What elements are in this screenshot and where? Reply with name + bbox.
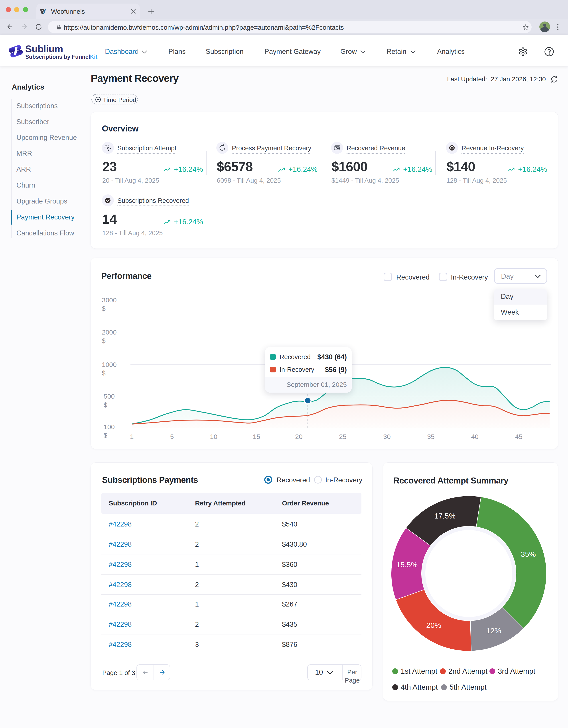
- svg-text:35%: 35%: [521, 550, 536, 558]
- svg-text:12%: 12%: [486, 626, 501, 635]
- svg-text:17.5%: 17.5%: [434, 512, 456, 520]
- svg-text:15.5%: 15.5%: [396, 560, 418, 569]
- svg-text:20%: 20%: [426, 621, 441, 629]
